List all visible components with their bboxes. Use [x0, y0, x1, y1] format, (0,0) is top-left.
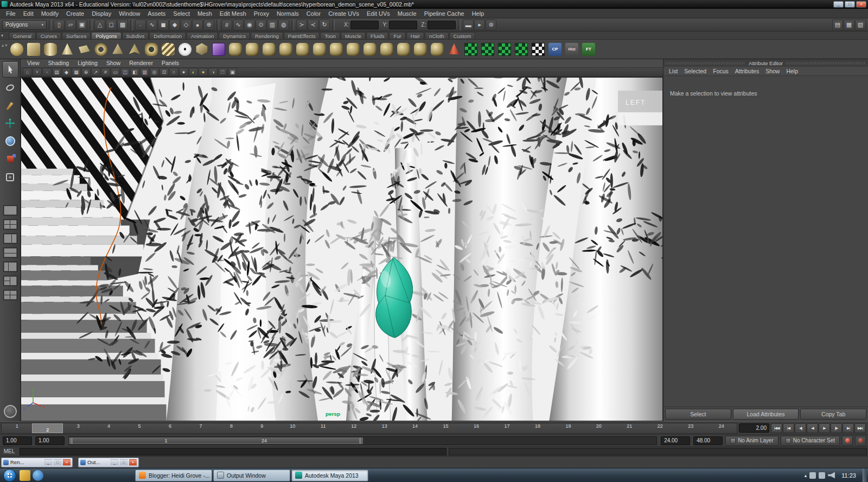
coord-input[interactable] — [427, 21, 456, 29]
minimize-button[interactable]: _ — [44, 459, 52, 466]
separator[interactable] — [216, 20, 219, 30]
menu-item[interactable]: Edit UVs — [363, 10, 394, 17]
uv-cylindrical-mapping-icon[interactable] — [480, 41, 496, 58]
move-tool[interactable] — [2, 115, 18, 131]
mask-dynamics-icon[interactable]: ◇ — [181, 20, 192, 30]
shelf-tab[interactable]: Toon — [320, 32, 340, 39]
maximize-button[interactable]: □ — [845, 1, 855, 8]
playback-start-field[interactable]: 1.00 — [35, 436, 65, 445]
select-component-icon[interactable]: ▩ — [117, 20, 128, 30]
current-frame-marker[interactable]: 2 — [32, 423, 62, 433]
mask-points-icon[interactable]: ∙ — [135, 20, 146, 30]
menu-set-selector[interactable]: Polygons ▾ — [2, 20, 47, 30]
layout-three-pane[interactable] — [3, 276, 17, 286]
scene-3d[interactable]: LEFT y x z persp — [21, 78, 662, 421]
resolution-gate-icon[interactable]: ◫ — [120, 68, 130, 76]
quick-launch-browser-icon[interactable] — [33, 470, 43, 481]
playback-end-field[interactable]: 24.00 — [661, 436, 690, 445]
shelf-tab[interactable]: Rendering — [251, 32, 283, 39]
shelf-tab[interactable]: Animation — [187, 32, 218, 39]
hist-icon[interactable]: Hist — [564, 41, 580, 58]
minimize-button[interactable]: _ — [833, 1, 844, 8]
menu-item[interactable]: Help — [468, 10, 488, 17]
shelf-scroll-icon[interactable]: ▴ ▾ — [2, 43, 7, 48]
step-forward-key-button[interactable]: ▶| — [843, 423, 854, 433]
quick-launch-explorer-icon[interactable] — [20, 470, 30, 481]
uv-planar-mapping-icon[interactable] — [463, 41, 479, 58]
make-live-icon[interactable]: ◍ — [278, 20, 289, 30]
boolean-union-icon[interactable] — [278, 41, 294, 58]
close-icon[interactable]: × — [129, 459, 137, 466]
paint-select-tool[interactable] — [2, 97, 18, 113]
minimized-window[interactable]: Out... _ □ × — [78, 458, 139, 467]
command-input[interactable] — [20, 448, 446, 455]
volume-icon[interactable] — [828, 472, 835, 479]
mask-rendering-icon[interactable]: ● — [192, 20, 203, 30]
isolate-select-icon[interactable]: ▣ — [228, 68, 237, 76]
mask-misc-icon[interactable]: ⊕ — [203, 20, 214, 30]
separator[interactable] — [291, 20, 294, 30]
new-scene-icon[interactable]: ▯ — [54, 20, 65, 30]
ft-icon[interactable]: FT — [580, 41, 597, 58]
animation-start-field[interactable]: 1.00 — [3, 436, 32, 445]
step-forward-frame-button[interactable]: |▶ — [831, 423, 842, 433]
command-line-language-toggle[interactable]: MEL — [0, 448, 18, 454]
mask-surfaces-icon[interactable]: ◼ — [158, 20, 169, 30]
show-attribute-editor-icon[interactable]: ▤ — [832, 20, 843, 30]
field-chart-icon[interactable]: ▥ — [140, 68, 149, 76]
render-current-frame-icon[interactable]: ▬ — [463, 20, 474, 30]
taskbar-app-button[interactable]: Autodesk Maya 2013 — [291, 470, 368, 481]
go-to-end-button[interactable]: ▶▶| — [854, 423, 866, 433]
layout-custom[interactable] — [3, 290, 17, 300]
poly-prism-icon[interactable] — [110, 41, 126, 58]
textured-mode-icon[interactable]: ◐ — [189, 68, 198, 76]
range-slider-track[interactable]: 1 24 — [68, 436, 657, 445]
animation-end-field[interactable]: 48.00 — [693, 436, 723, 445]
extrude-icon[interactable] — [362, 41, 378, 58]
uv-automatic-mapping-icon[interactable] — [513, 41, 529, 58]
step-back-key-button[interactable]: |◀ — [783, 423, 794, 433]
poly-cone-icon[interactable] — [59, 41, 75, 58]
gate-mask-icon[interactable]: ◧ — [130, 68, 139, 76]
command-result-field[interactable] — [449, 448, 867, 455]
camera-attributes-icon[interactable]: ▤ — [52, 68, 61, 76]
wedge-icon[interactable] — [345, 41, 361, 58]
hidden-icons-chevron[interactable]: ▴ — [805, 473, 807, 478]
rotate-tool[interactable] — [2, 133, 18, 149]
input-connections-icon[interactable]: ≻ — [296, 20, 307, 30]
safe-action-icon[interactable]: ◎ — [150, 68, 159, 76]
bookmark-icon[interactable]: ◆ — [62, 68, 71, 76]
pan-zoom-icon[interactable]: ⊕ — [81, 68, 91, 76]
action-center-icon[interactable] — [809, 472, 816, 479]
snap-grid-icon[interactable]: # — [221, 20, 232, 30]
attribute-editor-button[interactable]: Copy Tab — [800, 409, 866, 420]
taskbar-clock[interactable]: 11:23 — [841, 472, 856, 479]
menu-item[interactable]: Create — [62, 10, 88, 17]
menu-item[interactable]: Muscle — [394, 10, 420, 17]
attribute-editor-menu-item[interactable]: Focus — [710, 68, 732, 74]
play-forwards-button[interactable]: ▶ — [819, 423, 830, 433]
viewport-menu-item[interactable]: View — [23, 60, 44, 66]
output-connections-icon[interactable]: ≺ — [308, 20, 318, 30]
attribute-editor-menu-item[interactable]: List — [666, 68, 681, 74]
menu-item[interactable]: Select — [169, 10, 194, 17]
reduce-icon[interactable] — [328, 41, 344, 58]
menu-item[interactable]: Modify — [37, 10, 62, 17]
poly-helix-icon[interactable] — [160, 41, 176, 58]
lock-camera-icon[interactable]: ◦ — [42, 68, 52, 76]
bridge-icon[interactable] — [379, 41, 395, 58]
toolbox-bottom-icon[interactable] — [4, 405, 17, 418]
restore-button[interactable]: □ — [120, 459, 127, 466]
grease-pencil-icon[interactable]: ↗ — [91, 68, 100, 76]
shelf-tab[interactable]: Subdivs — [122, 32, 149, 39]
close-button[interactable]: × — [856, 1, 866, 8]
shelf-tab[interactable]: Deformation — [149, 32, 186, 39]
menu-item[interactable]: Assets — [144, 10, 169, 17]
layout-single-pane[interactable] — [3, 205, 17, 215]
poly-soccer-ball-icon[interactable] — [177, 41, 193, 58]
shelf-menu-icon[interactable]: ▾ — [1, 33, 3, 38]
show-desktop-button[interactable] — [863, 468, 867, 482]
layout-persp-outliner[interactable] — [3, 262, 17, 272]
anim-layer-button[interactable]: No Anim Layer — [725, 436, 778, 446]
uv-texture-editor-icon[interactable] — [530, 41, 546, 58]
